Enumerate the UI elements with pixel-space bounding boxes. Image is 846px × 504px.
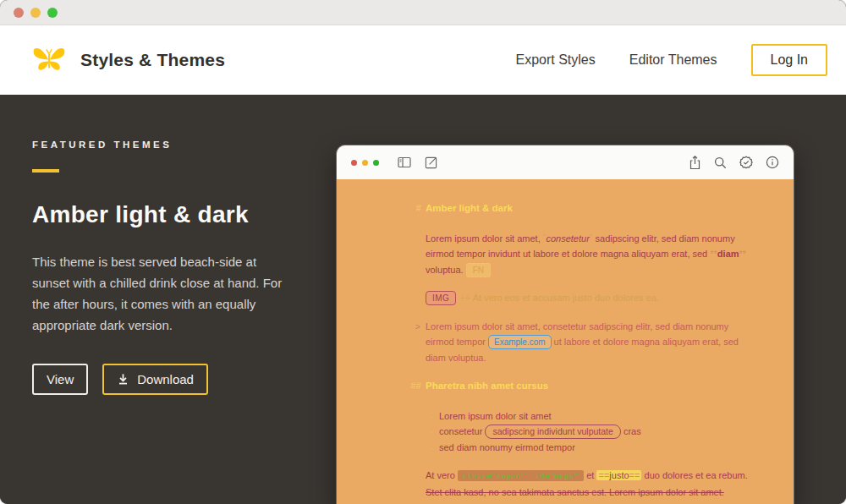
md-dash-marker: - xyxy=(431,440,434,456)
md-text: duo dolores et ea rebum. xyxy=(641,470,747,480)
app-title: Styles & Themes xyxy=(80,50,225,70)
featured-theme-section: FEATURED THEMES Amber light & dark This … xyxy=(0,96,846,504)
theme-actions: View Download xyxy=(32,364,303,395)
download-button-label: Download xyxy=(137,372,194,386)
preview-toolbar-right xyxy=(689,156,779,170)
md-list-item: -consetetur sadipscing individunt vulput… xyxy=(439,424,751,440)
md-list-item: -Lorem ipsum dolor sit amet xyxy=(439,408,751,425)
view-button-label: View xyxy=(47,372,74,386)
close-window-button[interactable] xyxy=(14,8,24,18)
md-strikethrough-text: Stet clita kasd, no sea takimata sanctus… xyxy=(426,487,724,497)
md-highlight-text: justo xyxy=(609,470,629,480)
md-list-text: consetetur xyxy=(439,426,485,436)
window-titlebar xyxy=(0,0,846,25)
md-dash-marker: - xyxy=(431,408,434,425)
md-heading-2-text: Pharetra nibh amet cursus xyxy=(426,381,548,391)
nav-link-editor-themes[interactable]: Editor Themes xyxy=(629,52,717,68)
compose-icon[interactable] xyxy=(425,156,437,169)
md-dash-marker: - xyxy=(431,424,434,440)
nav-link-export-styles[interactable]: Export Styles xyxy=(516,52,596,68)
md-bold-text: diam xyxy=(717,249,739,259)
md-text: At vero xyxy=(426,470,458,480)
download-button[interactable]: Download xyxy=(102,364,208,395)
md-list-text: sed diam nonumy eirmod tempor xyxy=(439,442,575,452)
md-inline-code: consetetur xyxy=(546,233,589,244)
app-window: Styles & Themes Export Styles Editor The… xyxy=(0,0,846,504)
view-button[interactable]: View xyxy=(32,364,88,395)
md-insert-marker: ++ xyxy=(459,293,472,303)
header-nav: Export Styles Editor Themes xyxy=(516,52,717,68)
share-icon[interactable] xyxy=(689,156,701,170)
md-quote-marker: > xyxy=(415,319,420,335)
theme-description: This theme is best served beach-side at … xyxy=(32,251,289,336)
md-heading-1: #Amber light & dark xyxy=(426,200,751,216)
preview-titlebar xyxy=(337,145,794,179)
md-text: Lorem ipsum dolor sit amet, xyxy=(426,233,543,244)
pill-badge: sadipscing individunt vulputate xyxy=(485,425,620,439)
theme-title: Amber light & dark xyxy=(32,201,303,228)
minimize-window-button[interactable] xyxy=(30,8,41,18)
search-icon[interactable] xyxy=(714,156,727,169)
link-badge[interactable]: Example.com xyxy=(488,335,552,349)
butterfly-icon xyxy=(32,47,66,74)
md-caption-text: At vero eos et accusam justo duo dolores… xyxy=(473,293,659,303)
seal-check-icon[interactable] xyxy=(739,156,753,169)
preview-editor-content: #Amber light & dark Lorem ipsum dolor si… xyxy=(337,179,794,504)
preview-zoom-button[interactable] xyxy=(373,160,379,166)
md-heading-2: ##Pharetra nibh amet cursus xyxy=(426,378,751,394)
md-highlight-marker: == xyxy=(598,470,609,480)
md-paragraph-2: At vero class="super" id="mega" et ==jus… xyxy=(426,468,751,500)
login-button[interactable]: Log In xyxy=(751,44,827,76)
zoom-window-button[interactable] xyxy=(47,8,58,18)
image-badge: IMG xyxy=(426,291,456,305)
md-bold-marker: ** xyxy=(739,249,747,259)
theme-info-column: FEATURED THEMES Amber light & dark This … xyxy=(32,140,303,395)
md-list-item: -sed diam nonumy eirmod tempor xyxy=(439,440,751,456)
highlight-span: ==justo== xyxy=(596,470,641,480)
md-hash-marker: # xyxy=(416,200,421,216)
md-heading-1-text: Amber light & dark xyxy=(426,203,513,213)
md-text: et xyxy=(584,470,596,480)
download-icon xyxy=(117,373,129,386)
code-span: class="super" id="mega" xyxy=(458,470,584,481)
md-text: voluptua. xyxy=(426,265,466,275)
footnote-badge: FN xyxy=(466,263,491,277)
md-blockquote: >Lorem ipsum dolor sit amet, consetetur … xyxy=(426,319,751,366)
md-list-text: cras xyxy=(621,426,641,436)
sidebar-icon[interactable] xyxy=(398,156,411,168)
md-highlight-marker: == xyxy=(629,470,640,480)
brand-logo-link[interactable]: Styles & Themes xyxy=(32,47,225,74)
md-bold-marker: ** xyxy=(710,249,717,259)
md-list-text: Lorem ipsum dolor sit amet xyxy=(439,411,552,421)
accent-rule xyxy=(32,169,59,173)
preview-close-button[interactable] xyxy=(351,160,357,166)
preview-minimize-button[interactable] xyxy=(362,160,368,166)
site-header: Styles & Themes Export Styles Editor The… xyxy=(0,25,846,95)
theme-preview-window: #Amber light & dark Lorem ipsum dolor si… xyxy=(337,145,794,504)
info-icon[interactable] xyxy=(766,156,779,169)
section-eyebrow: FEATURED THEMES xyxy=(32,140,303,150)
md-list: -Lorem ipsum dolor sit amet -consetetur … xyxy=(439,408,751,456)
md-hash-marker: ## xyxy=(410,378,421,394)
md-image-line: IMG++ At vero eos et accusam justo duo d… xyxy=(426,290,751,306)
md-paragraph-1: Lorem ipsum dolor sit amet, `consetetur`… xyxy=(426,231,751,278)
